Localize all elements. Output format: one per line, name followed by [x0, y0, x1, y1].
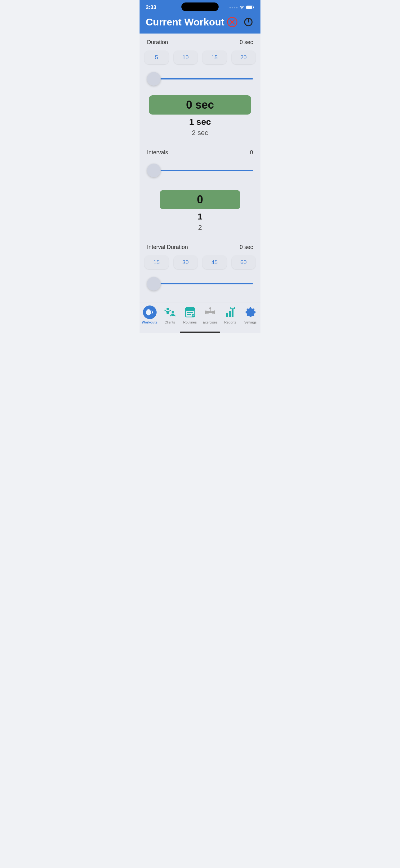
status-bar: 2:33 — [139, 0, 261, 13]
svg-point-24 — [209, 307, 211, 309]
battery-icon — [246, 6, 254, 9]
settings-nav-label: Settings — [244, 320, 257, 324]
reports-icon — [225, 306, 236, 318]
duration-btn-10[interactable]: 10 — [174, 51, 198, 64]
power-button[interactable] — [242, 16, 254, 28]
intervals-picker-selected[interactable]: 0 — [160, 190, 240, 209]
nav-item-routines[interactable]: Routines — [181, 306, 199, 324]
duration-slider-track — [147, 78, 253, 80]
svg-point-6 — [167, 308, 169, 310]
interval-duration-slider-container[interactable] — [139, 272, 261, 296]
routines-icon — [184, 306, 196, 318]
main-content: Duration 0 sec 5 10 15 20 0 sec 1 sec 2 … — [139, 34, 261, 302]
svg-line-12 — [174, 315, 175, 316]
duration-picker-far[interactable]: 2 sec — [192, 128, 208, 137]
interval-duration-row: Interval Duration 0 sec — [139, 239, 261, 253]
interval-duration-slider-thumb[interactable] — [147, 277, 161, 290]
exercises-icon — [204, 306, 216, 318]
routines-nav-label: Routines — [183, 320, 197, 324]
duration-slider-thumb[interactable] — [147, 72, 161, 86]
header-actions — [226, 16, 254, 28]
wifi-icon — [239, 5, 244, 10]
svg-point-18 — [192, 314, 194, 316]
duration-picker-selected[interactable]: 0 sec — [149, 95, 251, 115]
svg-rect-26 — [226, 313, 228, 317]
workouts-icon-wrapper — [143, 306, 157, 319]
svg-rect-7 — [167, 311, 169, 314]
settings-icon — [245, 307, 256, 318]
duration-btn-5[interactable]: 5 — [144, 51, 169, 64]
duration-label: Duration — [147, 39, 168, 45]
intervals-slider-container[interactable] — [139, 158, 261, 183]
signal-icon — [229, 7, 237, 8]
duration-value: 0 sec — [240, 39, 253, 45]
intervals-value: 0 — [250, 149, 253, 156]
clients-icon — [164, 306, 176, 318]
close-button[interactable] — [226, 16, 238, 28]
intervals-slider-track — [147, 170, 253, 171]
interval-duration-btn-15[interactable]: 15 — [144, 255, 169, 269]
page-title: Current Workout — [146, 17, 225, 28]
workouts-icon-circle — [143, 306, 157, 319]
status-time: 2:33 — [146, 4, 156, 10]
workouts-nav-label: Workouts — [142, 320, 158, 324]
duration-slider-container[interactable] — [139, 67, 261, 91]
duration-quick-select: 5 10 15 20 — [139, 48, 261, 67]
duration-picker-next[interactable]: 1 sec — [189, 116, 211, 128]
notch — [181, 2, 219, 11]
clients-icon-wrapper — [163, 306, 177, 319]
duration-picker[interactable]: 0 sec 1 sec 2 sec — [139, 91, 261, 144]
svg-rect-20 — [205, 310, 206, 314]
interval-duration-label: Interval Duration — [147, 244, 188, 251]
interval-duration-btn-60[interactable]: 60 — [232, 255, 256, 269]
reports-nav-label: Reports — [224, 320, 236, 324]
interval-duration-slider-track — [147, 283, 253, 284]
interval-duration-value: 0 sec — [240, 244, 253, 251]
nav-item-reports[interactable]: Reports — [221, 306, 240, 324]
intervals-picker[interactable]: 0 1 2 — [139, 183, 261, 239]
interval-duration-btn-45[interactable]: 45 — [202, 255, 227, 269]
nav-item-workouts[interactable]: Workouts — [140, 306, 159, 324]
svg-line-9 — [169, 310, 171, 311]
routines-icon-wrapper — [183, 306, 197, 319]
workouts-icon — [145, 308, 154, 317]
nav-item-clients[interactable]: Clients — [161, 306, 179, 324]
settings-icon-wrapper — [244, 306, 257, 319]
svg-point-10 — [171, 311, 174, 313]
phone-frame: 2:33 Current Workout — [139, 0, 261, 333]
intervals-picker-next[interactable]: 1 — [198, 211, 202, 223]
svg-line-8 — [165, 310, 167, 311]
intervals-slider-thumb[interactable] — [147, 164, 161, 177]
intervals-row: Intervals 0 — [139, 144, 261, 158]
svg-rect-19 — [209, 311, 212, 313]
exercises-nav-label: Exercises — [203, 320, 218, 324]
interval-duration-quick-select: 15 30 45 60 — [139, 253, 261, 272]
svg-rect-28 — [232, 309, 233, 317]
nav-item-settings[interactable]: Settings — [241, 306, 260, 324]
clients-nav-label: Clients — [165, 320, 175, 324]
home-indicator — [180, 332, 220, 333]
duration-row: Duration 0 sec — [139, 34, 261, 48]
bottom-nav: Workouts Clients — [139, 302, 261, 330]
svg-rect-21 — [206, 311, 209, 314]
svg-rect-23 — [212, 311, 214, 314]
duration-btn-15[interactable]: 15 — [202, 51, 227, 64]
interval-duration-slider[interactable] — [147, 276, 253, 291]
interval-duration-btn-30[interactable]: 30 — [174, 255, 198, 269]
svg-rect-31 — [234, 307, 235, 309]
intervals-slider[interactable] — [147, 163, 253, 178]
svg-rect-22 — [214, 310, 215, 314]
duration-btn-20[interactable]: 20 — [232, 51, 256, 64]
svg-point-5 — [146, 309, 151, 315]
svg-rect-27 — [229, 311, 231, 317]
reports-icon-wrapper — [224, 306, 237, 319]
intervals-picker-far[interactable]: 2 — [198, 223, 202, 232]
status-icons — [229, 5, 254, 10]
svg-rect-15 — [186, 308, 195, 311]
svg-line-13 — [170, 315, 171, 316]
duration-slider[interactable] — [147, 71, 253, 87]
svg-rect-30 — [230, 307, 231, 309]
nav-item-exercises[interactable]: Exercises — [201, 306, 220, 324]
exercises-icon-wrapper — [203, 306, 217, 319]
header: Current Workout — [139, 13, 261, 34]
